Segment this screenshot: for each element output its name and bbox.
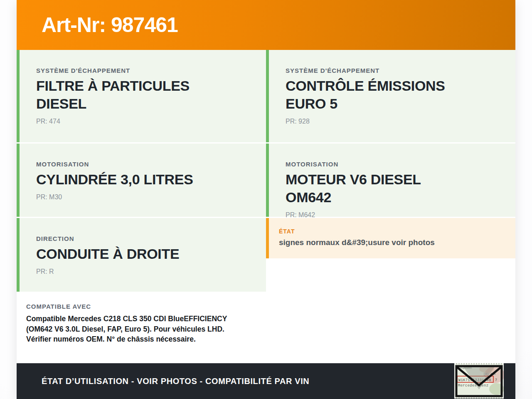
- card-title: FILTRE À PARTICULES DIESEL: [36, 77, 214, 113]
- vin-document-stamp: Fahrgestellnr. [4] AiA W1K71463J31298 7 …: [454, 363, 504, 399]
- header: Art-Nr: 987461: [17, 0, 515, 50]
- card-category-label: DIRECTION: [36, 235, 251, 242]
- condition-label: ÉTAT: [279, 228, 505, 235]
- card-engine-displacement: MOTORISATION CYLINDRÉE 3,0 LITRES PR: M3…: [17, 144, 266, 217]
- card-title: CYLINDRÉE 3,0 LITRES: [36, 171, 214, 188]
- footer-bar: ÉTAT D’UTILISATION - VOIR PHOTOS - COMPA…: [17, 363, 515, 399]
- card-pr-code: PR: 474: [36, 118, 251, 125]
- card-title: CONDUITE À DROITE: [36, 245, 214, 263]
- page-background: Art-Nr: 987461 SYSTÈME D'ÉCHAPPEMENT FIL…: [0, 0, 532, 399]
- card-exhaust-filter: SYSTÈME D'ÉCHAPPEMENT FILTRE À PARTICULE…: [17, 50, 266, 142]
- condition-value: signes normaux d&#39;usure voir photos: [279, 238, 505, 247]
- card-category-label: MOTORISATION: [36, 161, 251, 168]
- card-pr-code: PR: 928: [286, 118, 500, 125]
- compatibility-text: Compatible Mercedes C218 CLS 350 CDI Blu…: [26, 314, 244, 344]
- card-pr-code: PR: M30: [36, 193, 251, 201]
- brand-text: Mercedes-Benz: [458, 384, 489, 388]
- left-column: SYSTÈME D'ÉCHAPPEMENT FILTRE À PARTICULE…: [17, 50, 266, 363]
- card-condition: ÉTAT signes normaux d&#39;usure voir pho…: [266, 218, 515, 258]
- card-compatibility: COMPATIBLE AVEC Compatible Mercedes C218…: [17, 293, 266, 363]
- article-number-title: Art-Nr: 987461: [42, 13, 178, 37]
- compatibility-label: COMPATIBLE AVEC: [26, 303, 249, 310]
- card-title: CONTRÔLE ÉMISSIONS EURO 5: [286, 77, 463, 113]
- card-steering: DIRECTION CONDUITE À DROITE PR: R: [17, 218, 266, 292]
- card-category-label: MOTORISATION: [286, 161, 500, 168]
- card-category-label: SYSTÈME D'ÉCHAPPEMENT: [286, 67, 500, 74]
- footer-notice-text: ÉTAT D’UTILISATION - VOIR PHOTOS - COMPA…: [42, 377, 309, 386]
- card-pr-code: PR: R: [36, 268, 251, 275]
- product-sheet: Art-Nr: 987461 SYSTÈME D'ÉCHAPPEMENT FIL…: [17, 0, 515, 399]
- spec-grid: SYSTÈME D'ÉCHAPPEMENT FILTRE À PARTICULE…: [17, 50, 515, 363]
- card-category-label: SYSTÈME D'ÉCHAPPEMENT: [36, 67, 251, 74]
- card-title: MOTEUR V6 DIESEL OM642: [286, 171, 463, 206]
- card-engine-type: MOTORISATION MOTEUR V6 DIESEL OM642 PR: …: [266, 144, 515, 217]
- card-emissions: SYSTÈME D'ÉCHAPPEMENT CONTRÔLE ÉMISSIONS…: [266, 50, 515, 142]
- right-column: SYSTÈME D'ÉCHAPPEMENT CONTRÔLE ÉMISSIONS…: [266, 50, 515, 363]
- vin-suffix-text: 7: [495, 378, 497, 382]
